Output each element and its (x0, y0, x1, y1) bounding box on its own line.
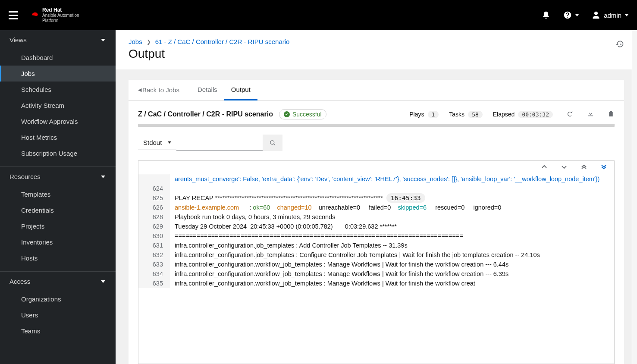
scroll-top-button[interactable] (581, 163, 587, 171)
log-line: 629Tuesday 29 October 2024 20:45:33 +000… (138, 222, 614, 231)
chevron-down-icon (575, 14, 579, 16)
help-icon (563, 11, 572, 19)
tasks-label: Tasks (449, 111, 464, 118)
chevron-left-icon: ◀ (138, 87, 141, 93)
breadcrumb-root[interactable]: Jobs (129, 38, 142, 45)
back-label: Back to Jobs (142, 86, 179, 94)
sidebar-item-teams[interactable]: Teams (0, 323, 116, 339)
log-line: 634infra.controller_configuration.workfl… (138, 269, 614, 279)
brand-logo[interactable]: Red Hat Ansible Automation Platform (30, 7, 79, 23)
main-content: Jobs ❯ 61 - Z / CaC / Controller / C2R -… (116, 30, 637, 364)
brand-name: Red Hat (42, 7, 79, 13)
log-line: 628Playbook run took 0 days, 0 hours, 3 … (138, 212, 614, 222)
sidebar-item-dashboard[interactable]: Dashboard (0, 50, 116, 66)
output-search-input[interactable] (176, 135, 263, 151)
sidebar-item-jobs[interactable]: Jobs (0, 66, 116, 82)
sidebar-item-users[interactable]: Users (0, 307, 116, 323)
log-line: 630=====================================… (138, 231, 614, 241)
status-badge: Successful (279, 109, 326, 119)
scroll-next-button[interactable] (562, 163, 567, 171)
tasks-count: 58 (468, 111, 483, 118)
breadcrumb-separator: ❯ (147, 39, 151, 45)
plays-label: Plays (409, 111, 424, 118)
chevron-down-icon (625, 14, 628, 16)
sidebar-item-host-metrics[interactable]: Host Metrics (0, 129, 116, 145)
sidebar-item-activity-stream[interactable]: Activity Stream (0, 97, 116, 113)
log-line: 633infra.controller_configuration.workfl… (138, 260, 614, 269)
chevron-down-icon (101, 176, 105, 178)
log-line: arents_must_converge': False, 'extra_dat… (138, 174, 614, 184)
nav-toggle-button[interactable] (9, 11, 18, 19)
job-history-button[interactable] (615, 40, 624, 50)
elapsed-label: Elapsed (493, 111, 515, 118)
sidebar-item-templates[interactable]: Templates (0, 186, 116, 202)
status-label: Successful (292, 111, 322, 118)
redhat-icon (30, 12, 39, 18)
breadcrumb-current[interactable]: 61 - Z / CaC / Controller / C2R - RIPU s… (155, 38, 290, 45)
download-button[interactable] (587, 110, 594, 119)
sidebar-item-workflow-approvals[interactable]: Workflow Approvals (0, 113, 116, 129)
chevron-down-icon (168, 141, 171, 144)
sidebar: ViewsDashboardJobsSchedulesActivity Stre… (0, 30, 116, 364)
log-line: 631infra.controller_configuration.job_te… (138, 241, 614, 250)
tab-output[interactable]: Output (224, 80, 257, 100)
tab-details[interactable]: Details (191, 80, 224, 100)
success-check-icon (284, 111, 290, 117)
chevron-down-icon (101, 280, 105, 283)
nav-group-access[interactable]: Access (0, 272, 116, 291)
scroll-previous-button[interactable] (542, 163, 547, 171)
back-to-jobs-link[interactable]: ◀ Back to Jobs (138, 80, 183, 100)
log-line: 635infra.controller_configuration.workfl… (138, 279, 614, 288)
chevron-down-icon (101, 39, 105, 41)
log-line: 626ansible-1.example.com : ok=60 changed… (138, 203, 614, 212)
page-title: Output (129, 47, 289, 61)
log-line: 625PLAY RECAP **************************… (138, 193, 614, 203)
breadcrumb: Jobs ❯ 61 - Z / CaC / Controller / C2R -… (129, 38, 289, 45)
plays-count: 1 (428, 111, 439, 118)
user-icon (592, 11, 600, 19)
sidebar-item-schedules[interactable]: Schedules (0, 82, 116, 97)
output-toolbar (138, 161, 614, 174)
user-name-label: admin (604, 12, 621, 19)
output-filter-dropdown[interactable]: Stdout (138, 135, 176, 150)
log-line: 632infra.controller_configuration.job_te… (138, 250, 614, 260)
user-menu[interactable]: admin (592, 11, 628, 19)
top-header: Red Hat Ansible Automation Platform admi… (0, 0, 637, 30)
dropdown-value: Stdout (143, 139, 162, 146)
job-progress-bar (138, 124, 615, 127)
delete-button[interactable] (607, 110, 615, 119)
page-scrollbar[interactable] (632, 30, 637, 364)
brand-product-1: Ansible Automation (42, 13, 79, 18)
relaunch-button[interactable] (567, 110, 574, 119)
sidebar-item-projects[interactable]: Projects (0, 218, 116, 234)
sidebar-item-inventories[interactable]: Inventories (0, 234, 116, 250)
sidebar-item-credentials[interactable]: Credentials (0, 202, 116, 218)
scroll-bottom-button[interactable] (601, 163, 606, 171)
tabs: ◀ Back to Jobs Details Output (129, 80, 624, 100)
output-log[interactable]: arents_must_converge': False, 'extra_dat… (138, 174, 614, 364)
nav-group-resources[interactable]: Resources (0, 167, 116, 186)
search-button[interactable] (263, 135, 282, 151)
sidebar-item-organizations[interactable]: Organizations (0, 291, 116, 307)
notifications-icon[interactable] (542, 11, 550, 19)
help-menu[interactable] (563, 11, 579, 19)
brand-product-2: Platform (42, 18, 79, 23)
job-title: Z / CaC / Controller / C2R - RIPU scenar… (138, 110, 273, 118)
sidebar-item-subscription-usage[interactable]: Subscription Usage (0, 145, 116, 161)
job-summary: Z / CaC / Controller / C2R - RIPU scenar… (129, 100, 624, 124)
nav-group-views[interactable]: Views (0, 30, 116, 50)
sidebar-item-hosts[interactable]: Hosts (0, 250, 116, 266)
log-line: 624 (138, 184, 614, 193)
elapsed-value: 00:03:32 (518, 111, 553, 118)
